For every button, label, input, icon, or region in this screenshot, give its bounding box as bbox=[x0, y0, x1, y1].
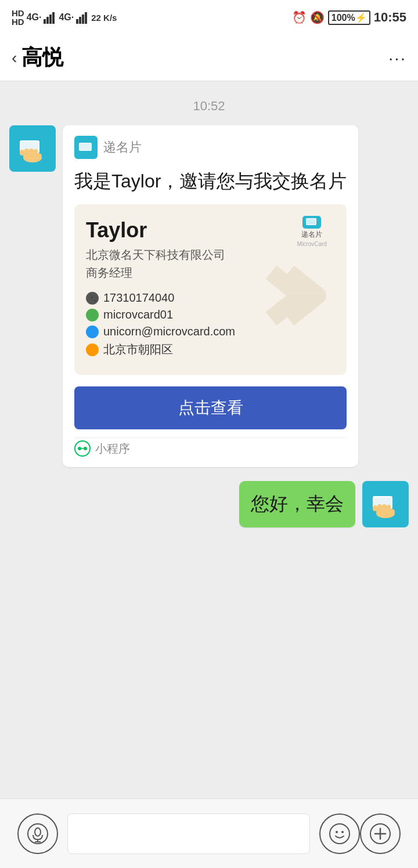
time-label: 10:55 bbox=[374, 10, 406, 25]
signal-bars-1 bbox=[44, 11, 56, 24]
svg-point-27 bbox=[84, 447, 87, 450]
alarm-icon: ⏰ bbox=[292, 10, 307, 24]
mini-program-label: 小程序 bbox=[95, 441, 130, 457]
reply-bubble: 您好，幸会 bbox=[239, 481, 355, 527]
reply-text: 您好，幸会 bbox=[251, 491, 344, 517]
voice-icon bbox=[27, 823, 48, 844]
bubble-header: 递名片 bbox=[74, 136, 347, 159]
location-icon bbox=[86, 343, 99, 356]
card-invite-text: 我是Taylor，邀请您与我交换名片 bbox=[74, 167, 347, 195]
back-arrow-icon: ‹ bbox=[12, 49, 17, 67]
svg-rect-19 bbox=[307, 219, 316, 225]
plus-icon bbox=[370, 823, 391, 844]
own-card-hand-icon bbox=[368, 487, 403, 522]
own-avatar bbox=[362, 481, 409, 527]
chat-area: 10:52 bbox=[0, 81, 418, 798]
bc-email: unicorn@microvcard.com bbox=[103, 325, 235, 338]
signal-bars-2 bbox=[76, 11, 89, 24]
svg-rect-0 bbox=[44, 19, 46, 24]
message-row-card: 递名片 我是Taylor，邀请您与我交换名片 递名片 Micro bbox=[9, 125, 409, 467]
card-message-bubble: 递名片 我是Taylor，邀请您与我交换名片 递名片 Micro bbox=[63, 125, 358, 467]
svg-rect-12 bbox=[20, 150, 24, 155]
sender-avatar bbox=[9, 125, 56, 172]
card-label: 递名片 bbox=[103, 139, 142, 156]
battery-indicator: 100%⚡ bbox=[328, 10, 370, 25]
signal-4g-1: 4G· bbox=[27, 12, 42, 23]
card-icon-small bbox=[78, 139, 94, 155]
status-right: ⏰ 🔕 100%⚡ 10:55 bbox=[292, 10, 406, 25]
text-input-area[interactable] bbox=[67, 813, 310, 854]
svg-point-41 bbox=[330, 824, 349, 844]
svg-rect-36 bbox=[387, 505, 391, 510]
svg-rect-35 bbox=[382, 504, 387, 510]
bc-logo-icon bbox=[302, 216, 321, 229]
email-icon bbox=[86, 326, 99, 338]
chat-timestamp: 10:52 bbox=[9, 99, 409, 114]
business-card-preview[interactable]: 递名片 MicrovCard Taylor 北京微名天下科技有限公司 商务经理 bbox=[74, 204, 347, 375]
mini-program-icon bbox=[74, 440, 91, 457]
status-bar: HDHD 4G· 4G· 22 K/s ⏰ 🔕 100%⚡ 10:55 bbox=[0, 0, 418, 35]
mini-program-footer: 小程序 bbox=[74, 437, 347, 457]
bc-wechat: microvcard01 bbox=[103, 308, 173, 321]
message-row-reply: 您好，幸会 bbox=[9, 481, 409, 527]
nav-title: 高悦 bbox=[21, 44, 63, 72]
bottom-bar bbox=[0, 798, 418, 868]
svg-point-26 bbox=[78, 447, 81, 450]
svg-rect-13 bbox=[24, 149, 29, 154]
svg-rect-33 bbox=[373, 505, 377, 511]
bc-logo-sub: MicrovCard bbox=[297, 241, 327, 247]
svg-rect-17 bbox=[80, 143, 91, 150]
svg-rect-34 bbox=[377, 504, 382, 510]
svg-rect-3 bbox=[52, 12, 55, 24]
microvcard-logo-icon bbox=[305, 216, 318, 229]
bc-logo: 递名片 MicrovCard bbox=[289, 216, 335, 239]
svg-rect-4 bbox=[76, 19, 78, 24]
svg-rect-15 bbox=[34, 149, 38, 154]
back-button[interactable]: ‹ 高悦 bbox=[12, 44, 63, 72]
svg-rect-5 bbox=[79, 17, 81, 24]
mute-icon: 🔕 bbox=[310, 10, 325, 24]
top-nav: ‹ 高悦 ··· bbox=[0, 35, 418, 81]
speed-label: 22 K/s bbox=[91, 13, 117, 23]
voice-button[interactable] bbox=[17, 813, 58, 854]
svg-rect-6 bbox=[82, 15, 84, 24]
business-card-header-icon bbox=[74, 136, 98, 159]
emoji-icon bbox=[329, 823, 350, 844]
bc-location-row: 北京市朝阳区 bbox=[86, 342, 335, 357]
svg-rect-1 bbox=[46, 17, 49, 24]
emoji-button[interactable] bbox=[319, 813, 360, 854]
more-button[interactable]: ··· bbox=[388, 48, 406, 68]
svg-point-23 bbox=[88, 328, 96, 336]
signal-4g-2: 4G· bbox=[59, 12, 74, 23]
svg-point-42 bbox=[336, 831, 338, 833]
wechat-icon bbox=[86, 309, 99, 321]
network-label: HDHD bbox=[12, 9, 24, 26]
view-card-button[interactable]: 点击查看 bbox=[74, 386, 347, 429]
svg-point-22 bbox=[88, 311, 96, 319]
chevron-decoration bbox=[260, 261, 329, 332]
svg-rect-2 bbox=[49, 15, 52, 24]
svg-point-43 bbox=[341, 831, 344, 833]
svg-point-38 bbox=[35, 828, 41, 836]
svg-text:📞: 📞 bbox=[91, 295, 97, 302]
bc-phone: 17310174040 bbox=[103, 291, 174, 305]
card-hand-icon bbox=[15, 131, 50, 166]
phone-icon: 📞 bbox=[86, 292, 99, 305]
svg-rect-7 bbox=[85, 12, 87, 24]
status-left: HDHD 4G· 4G· 22 K/s bbox=[12, 9, 117, 26]
bc-location: 北京市朝阳区 bbox=[103, 342, 173, 357]
svg-point-24 bbox=[88, 346, 96, 354]
plus-button[interactable] bbox=[360, 813, 401, 854]
bc-logo-name: 递名片 bbox=[301, 230, 322, 240]
svg-rect-14 bbox=[29, 149, 34, 154]
